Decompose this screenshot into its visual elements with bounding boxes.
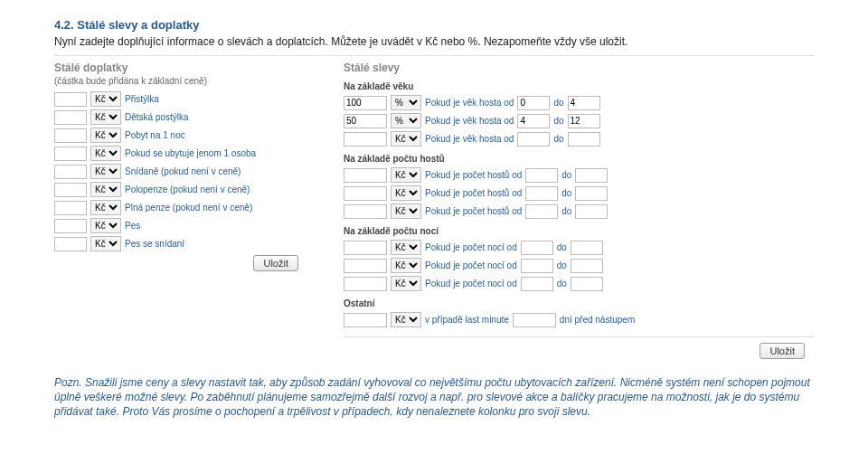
amount-input[interactable] <box>54 147 87 161</box>
amount-input[interactable] <box>344 204 387 219</box>
nights-subhead: Na základě počtu nocí <box>344 226 814 236</box>
to-word: do <box>561 170 571 180</box>
save-button[interactable]: Uložit <box>253 255 298 271</box>
surcharges-list: Kč%PřistýlkaKč%Dětská postýlkaKč%Pobyt n… <box>54 91 307 251</box>
footnote: Pozn. Snažili jsme ceny a slevy nastavit… <box>54 375 814 420</box>
unit-select[interactable]: Kč% <box>391 185 421 201</box>
unit-select[interactable]: Kč% <box>391 131 421 147</box>
to-word: do <box>557 242 567 252</box>
amount-input[interactable] <box>54 237 87 251</box>
amount-input[interactable] <box>344 132 387 147</box>
to-input[interactable] <box>571 259 603 273</box>
to-word: do <box>557 279 567 289</box>
amount-input[interactable] <box>54 110 87 125</box>
unit-select[interactable]: Kč% <box>391 95 421 110</box>
from-input[interactable] <box>525 168 558 183</box>
amount-input[interactable] <box>344 114 387 128</box>
unit-select[interactable]: Kč% <box>90 182 121 197</box>
save-button[interactable]: Uložit <box>760 343 805 359</box>
amount-input[interactable] <box>344 277 387 291</box>
amount-input[interactable] <box>344 186 387 201</box>
surcharge-row: Kč%Plná penze (pokud není v ceně) <box>54 200 307 215</box>
unit-select[interactable]: Kč% <box>90 109 121 125</box>
from-input[interactable] <box>521 259 553 273</box>
surcharge-label: Pobyt na 1 noc <box>125 130 185 140</box>
amount-input[interactable] <box>54 183 87 197</box>
to-word: do <box>553 98 563 108</box>
from-input[interactable] <box>521 241 553 255</box>
count-text: Pokud je počet hostů od <box>425 206 522 216</box>
count-row: Kč%Pokud je počet hostů oddo <box>344 185 814 201</box>
surcharge-row: Kč%Přistýlka <box>54 91 307 107</box>
unit-select[interactable]: Kč% <box>90 128 121 143</box>
amount-input[interactable] <box>54 165 87 179</box>
to-input[interactable] <box>568 132 600 147</box>
to-input[interactable] <box>571 277 603 291</box>
section-heading: 4.2. Stálé slevy a doplatky <box>54 18 814 32</box>
surcharge-label: Snídaně (pokud není v ceně) <box>125 166 241 176</box>
amount-input[interactable] <box>344 168 387 183</box>
to-input[interactable] <box>571 241 603 255</box>
unit-select[interactable]: Kč% <box>90 218 121 233</box>
from-input[interactable] <box>517 96 550 110</box>
count-text: Pokud je počet hostů od <box>425 188 522 198</box>
surcharges-subtitle: (částka bude přidána k základní ceně) <box>54 76 307 86</box>
amount-input[interactable] <box>54 201 87 215</box>
unit-select[interactable]: Kč% <box>90 146 121 161</box>
unit-select[interactable]: Kč% <box>90 200 121 215</box>
surcharge-row: Kč%Snídaně (pokud není v ceně) <box>54 164 307 179</box>
from-input[interactable] <box>517 114 550 128</box>
surcharge-label: Pes <box>125 221 140 231</box>
to-input[interactable] <box>575 186 608 201</box>
surcharge-label: Polopenze (pokud není v ceně) <box>125 184 250 194</box>
unit-select[interactable]: Kč% <box>90 164 121 179</box>
unit-select[interactable]: Kč% <box>391 258 421 273</box>
to-input[interactable] <box>568 96 600 110</box>
amount-input[interactable] <box>344 241 387 255</box>
guests-subhead: Na základě počtu hostů <box>344 154 814 164</box>
from-input[interactable] <box>521 277 553 291</box>
surcharge-row: Kč%Pes <box>54 218 307 233</box>
to-word: do <box>557 260 567 270</box>
count-text: Pokud je počet nocí od <box>425 260 517 270</box>
surcharge-row: Kč%Pokud se ubytuje jenom 1 osoba <box>54 146 307 161</box>
guest-rows: Kč%Pokud je počet hostů oddoKč%Pokud je … <box>344 167 814 219</box>
to-word: do <box>561 206 571 216</box>
to-input[interactable] <box>568 114 600 128</box>
age-text: Pokud je věk hosta od <box>425 98 514 108</box>
other-unit-select[interactable]: Kč <box>391 312 421 327</box>
unit-select[interactable]: Kč% <box>391 113 421 128</box>
from-input[interactable] <box>525 204 558 219</box>
to-input[interactable] <box>575 168 608 183</box>
to-input[interactable] <box>575 204 608 219</box>
discounts-column: Stálé slevy Na základě věku Kč%Pokud je … <box>344 61 814 359</box>
unit-select[interactable]: Kč% <box>391 240 421 255</box>
form-area: Stálé doplatky (částka bude přidána k zá… <box>54 55 814 359</box>
age-text: Pokud je věk hosta od <box>425 116 514 126</box>
unit-select[interactable]: Kč% <box>391 203 421 219</box>
other-subhead: Ostatní <box>344 298 814 308</box>
discounts-title: Stálé slevy <box>344 61 814 74</box>
count-text: Pokud je počet nocí od <box>425 242 517 252</box>
unit-select[interactable]: Kč% <box>90 236 121 251</box>
unit-select[interactable]: Kč% <box>90 91 121 107</box>
surcharge-label: Přistýlka <box>125 94 159 104</box>
amount-input[interactable] <box>54 219 87 233</box>
from-input[interactable] <box>525 186 558 201</box>
unit-select[interactable]: Kč% <box>391 276 421 291</box>
amount-input[interactable] <box>54 128 87 143</box>
age-row: Kč%Pokud je věk hosta oddo <box>344 131 814 147</box>
count-row: Kč%Pokud je počet nocí oddo <box>344 258 814 273</box>
amount-input[interactable] <box>344 96 387 110</box>
count-text: Pokud je počet hostů od <box>425 170 522 180</box>
other-days-input[interactable] <box>513 313 556 327</box>
amount-input[interactable] <box>54 92 87 107</box>
from-input[interactable] <box>517 132 550 147</box>
other-amount-input[interactable] <box>344 313 387 327</box>
age-rows: Kč%Pokud je věk hosta oddoKč%Pokud je vě… <box>344 95 814 147</box>
age-row: Kč%Pokud je věk hosta oddo <box>344 113 814 128</box>
intro-text: Nyní zadejte doplňující informace o slev… <box>54 35 814 48</box>
unit-select[interactable]: Kč% <box>391 167 421 183</box>
amount-input[interactable] <box>344 259 387 273</box>
count-row: Kč%Pokud je počet hostů oddo <box>344 203 814 219</box>
